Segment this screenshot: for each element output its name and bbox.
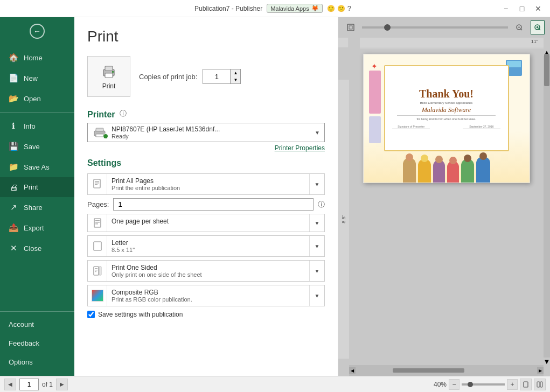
duplex-dropdown[interactable]: Print One Sided Only print on one side o… [87,260,325,282]
single-page-view-button[interactable] [520,379,532,390]
info-nav-icon: ℹ [9,121,18,131]
svg-rect-18 [95,268,98,269]
zoom-in-preview-button[interactable] [531,20,545,34]
svg-rect-5 [96,128,103,131]
copies-increment-button[interactable]: ▲ [231,69,240,76]
kid-1 [403,158,416,183]
sidebar-item-info[interactable]: ℹ Info [0,116,74,136]
zoom-out-preview-button[interactable] [512,20,526,34]
printer-dropdown[interactable]: NPI87607E (HP LaserJet M1536dnf... Ready… [87,123,325,142]
zoom-slider-bottom[interactable] [462,383,505,386]
sidebar-item-options[interactable]: Options [0,353,74,372]
ruler-row: 11" [338,38,550,48]
scroll-right-button[interactable]: ▶ [537,367,544,374]
zoom-section: 40% − + [434,379,546,390]
settings-section-title: Settings [87,158,325,168]
setting4-main: Print One Sided [112,264,305,271]
printer-info-icon[interactable]: ⓘ [120,109,127,118]
zoom-out-preview-icon [516,24,523,31]
sidebar-item-account[interactable]: Account [0,315,74,334]
scroll-left-button[interactable]: ◀ [349,367,356,374]
pages-input[interactable] [113,198,314,211]
color-mode-dropdown[interactable]: Composite RGB Print as RGB color publica… [87,285,325,306]
app-title: Publication7 - Publisher [194,5,262,12]
back-icon: ← [30,24,45,39]
one-sided-icon [88,261,107,281]
one-page-icon-svg [92,218,103,228]
paper-size-dropdown[interactable]: Letter 8.5 x 11" ▼ [87,235,325,257]
svg-rect-19 [95,270,98,270]
preview-scroll-area[interactable]: ✦ ☁ Thank You! Blick Elementary School a… [349,48,544,365]
preview-thank-you: Thank You! [419,88,474,100]
setting1-main: Print All Pages [112,177,305,185]
save-icon: 💾 [9,142,18,151]
svg-rect-22 [349,26,352,29]
scroll-thumb-vertical[interactable] [544,54,549,86]
sidebar-item-save[interactable]: 💾 Save [0,136,74,157]
pages-info-icon[interactable]: ⓘ [318,200,325,209]
sidebar-item-home[interactable]: 🏠 Home [0,47,74,68]
setting3-sub: 8.5 x 11" [112,247,305,253]
pages-icon-svg [92,179,103,190]
sidebar-item-export[interactable]: 📤 Export [0,218,74,238]
svg-rect-10 [95,184,98,185]
print-title: Print [87,28,325,45]
sidebar-item-new[interactable]: 📄 New [0,68,74,88]
copies-input[interactable] [203,69,230,83]
help-icon[interactable]: ? [347,4,351,12]
copies-decrement-button[interactable]: ▼ [231,76,240,83]
copies-spinners: ▲ ▼ [230,69,240,83]
horizontal-scrollbar[interactable]: ◀ ▶ [349,365,544,376]
svg-rect-3 [112,71,114,73]
kid-2 [418,159,431,183]
fit-page-button[interactable] [344,20,358,34]
preview-small-text: for being kind to him when she hurt her … [416,117,476,121]
print-all-pages-dropdown[interactable]: Print All Pages Print the entire publica… [87,173,325,195]
zoom-slider[interactable] [362,26,508,29]
printer-properties-link[interactable]: Printer Properties [87,144,325,152]
sidebar-item-share[interactable]: ↗ Share [0,197,74,218]
setting2-text: One page per sheet [107,214,309,232]
zoom-out-button[interactable]: − [449,379,460,390]
sidebar-item-close[interactable]: ✕ Close [0,238,74,258]
save-settings-checkbox[interactable] [87,311,95,318]
setting1-sub: Print the entire publication [112,185,305,191]
printer-icon-svg [100,63,117,80]
single-page-icon [523,381,529,388]
scroll-thumb-horizontal[interactable] [393,368,464,373]
saveas-icon: 📁 [9,162,18,172]
close-button[interactable]: ✕ [531,1,546,16]
sidebar-item-account-label: Account [9,320,34,328]
sidebar-item-saveas[interactable]: 📁 Save As [0,157,74,177]
print-pages-icon [88,174,107,194]
one-sided-icon-svg [92,265,103,276]
next-page-button[interactable]: ▶ [56,379,68,390]
two-page-view-button[interactable] [534,379,546,390]
sidebar-item-share-label: Share [24,204,43,212]
malavida-icon: 🦊 [311,5,319,12]
close-nav-icon: ✕ [9,243,18,253]
zoom-in-button[interactable]: + [507,379,518,390]
prev-page-button[interactable]: ◀ [4,379,16,390]
minimize-button[interactable]: − [498,1,513,16]
page-number-input[interactable] [19,379,39,390]
setting1-arrow-icon: ▼ [309,174,324,194]
sidebar-item-print[interactable]: 🖨 Print [0,177,74,197]
kid-5 [461,159,474,183]
svg-rect-15 [94,242,101,250]
scroll-down-button[interactable]: ▼ [544,358,550,365]
print-button[interactable]: Print [87,56,130,97]
sidebar-item-feedback[interactable]: Feedback [0,334,74,353]
paper-size-icon [88,236,107,256]
frown-icon[interactable]: 🙁 [337,5,345,12]
maximize-button[interactable]: □ [514,1,530,16]
smiley-icon[interactable]: 🙂 [327,5,335,12]
svg-rect-9 [95,183,99,184]
sidebar-item-open-label: Open [24,95,41,103]
setting5-arrow-icon: ▼ [309,285,324,306]
sidebar-item-open[interactable]: 📂 Open [0,88,74,109]
sidebar-back-button[interactable]: ← [0,17,74,45]
vertical-scrollbar[interactable]: ▲ ▼ [544,48,550,365]
pages-per-sheet-dropdown[interactable]: One page per sheet ▼ [87,214,325,232]
pages-label: Pages: [87,200,109,208]
